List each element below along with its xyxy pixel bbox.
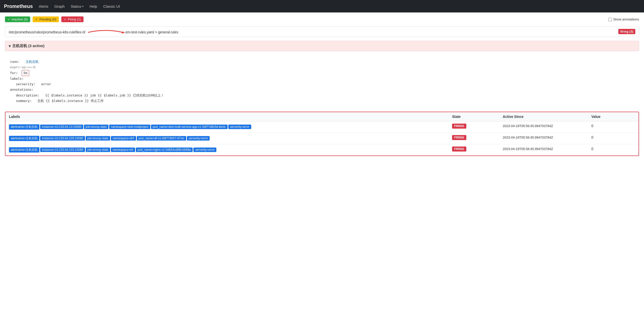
rule-summary-label: summary: <box>16 99 32 103</box>
state-badge: FIRING <box>452 124 466 128</box>
rule-summary-value: 主机 {{ $labels.instance }} 停止工作 <box>38 99 104 103</box>
cell-state: FIRING <box>448 144 499 156</box>
inactive-filter[interactable]: ✓ Inactive (0) <box>5 16 30 22</box>
pending-label: Pending (0) <box>40 18 56 21</box>
active-since-value: 2023-04-19T05:56:45.994703784Z <box>503 147 553 151</box>
rule-serverity-value: error <box>41 82 51 86</box>
label-tag: serverity=error <box>187 136 210 140</box>
rule-name-label: name: <box>10 60 20 64</box>
alert-group-title: 主机宕机 (3 active) <box>12 44 44 48</box>
rule-firing-badge: firing (3) <box>618 29 635 34</box>
cell-labels: alertname=主机宕机instance=10.233.64.13:1509… <box>6 121 448 132</box>
label-tag: job=envoy-stats <box>84 124 108 129</box>
show-annotations-checkbox[interactable] <box>608 18 612 21</box>
filter-bar: ✓ Inactive (0) ✓ Pending (0) ✓ Firing (1… <box>5 16 639 22</box>
cell-active-since: 2023-04-19T05:56:45.994703784Z <box>499 144 588 156</box>
col-header-active-since: Active Since <box>499 112 588 121</box>
rule-for-row: for: 5m <box>10 70 634 76</box>
label-tag: namespace=efr <box>111 148 135 152</box>
rule-serverity-label: serverity: <box>16 82 36 86</box>
cell-active-since: 2023-04-19T05:56:45.994703784Z <box>499 121 588 132</box>
rule-expr-row: expr: up == 0 <box>10 64 634 70</box>
cell-state: FIRING <box>448 121 499 132</box>
cell-value: 0 <box>588 121 638 132</box>
rule-annotations-row: annotations: <box>10 87 634 92</box>
firing-filter[interactable]: ✓ Firing (1) <box>61 16 84 22</box>
path-redacted <box>86 29 125 34</box>
state-badge: FIRING <box>452 135 466 140</box>
col-header-state: State <box>448 112 499 121</box>
cell-state: FIRING <box>448 132 499 144</box>
rule-name-value: 主机宕机 <box>26 60 39 64</box>
label-tag: pod_name=test-multi-service-app-v1-5df77… <box>151 124 228 129</box>
rule-for-value: 5m <box>22 70 29 76</box>
alerts-table-header-row: Labels State Active Since Value <box>6 112 638 121</box>
table-row: alertname=主机宕机instance=10.233.64.233:150… <box>6 144 638 156</box>
alerts-link[interactable]: Alerts <box>39 4 48 8</box>
show-annotations-control: Show annotations <box>608 18 639 21</box>
label-tag: namespace=test-muliproject <box>109 124 150 129</box>
rule-description-value: {{ $labels.instance }} job {{ $labels.jo… <box>45 94 164 97</box>
label-tag: serverity=error <box>228 124 251 129</box>
label-tag: pod_name=df-v1-68f779457-97vtv <box>137 136 186 140</box>
inactive-check-icon: ✓ <box>8 18 10 21</box>
rule-serverity-row: serverity: error <box>10 82 634 87</box>
firing-check-icon: ✓ <box>64 18 66 21</box>
label-tag: job=envoy-stats <box>86 148 110 152</box>
alerts-table-wrapper: Labels State Active Since Value alertnam… <box>5 112 639 156</box>
label-tag: namespace=drfr <box>111 136 136 140</box>
rule-name-row: name: 主机宕机 <box>10 59 634 64</box>
rule-file-path: /etc/prometheus/rules/prometheus-k8s-rul… <box>5 26 639 37</box>
cell-active-since: 2023-04-19T05:56:45.994703784Z <box>499 132 588 144</box>
rule-annotations-label: annotations: <box>10 88 34 92</box>
state-badge: FIRING <box>452 146 466 152</box>
rule-detail: name: 主机宕机 expr: up == 0 for: 5m labels:… <box>5 55 639 108</box>
pending-check-icon: ✓ <box>35 18 38 21</box>
firing-label: Firing (1) <box>68 18 81 21</box>
rule-description-label: description: <box>16 94 40 97</box>
active-since-value: 2023-04-19T05:56:45.994703784Z <box>503 124 553 128</box>
chevron-down-icon: ▾ <box>82 5 84 8</box>
navbar: Prometheus Alerts Graph Status ▾ Help Cl… <box>0 0 644 12</box>
cell-value: 0 <box>588 132 638 144</box>
path-start: /etc/prometheus/rules/prometheus-k8s-rul… <box>9 30 86 34</box>
rule-file-path-text: /etc/prometheus/rules/prometheus-k8s-rul… <box>9 29 178 34</box>
rule-labels-row: labels: <box>10 76 634 82</box>
alert-group: ▾ 主机宕机 (3 active) <box>5 41 639 51</box>
alerts-table-head: Labels State Active Since Value <box>6 112 638 121</box>
alert-group-header[interactable]: ▾ 主机宕机 (3 active) <box>5 41 639 51</box>
label-tag: alertname=主机宕机 <box>9 147 40 152</box>
help-link[interactable]: Help <box>90 4 97 8</box>
classic-ui-link[interactable]: Classic UI <box>103 4 120 8</box>
path-end: em-test-rules.yaml > general.rules <box>125 30 178 34</box>
collapse-icon: ▾ <box>9 44 11 48</box>
cell-labels: alertname=主机宕机instance=10.233.64.228:150… <box>6 132 448 144</box>
alerts-table: Labels State Active Since Value alertnam… <box>6 112 638 156</box>
label-tag: pod_name=nginx-v1-5d654cdf88-k689w <box>136 148 193 152</box>
label-tag: instance=10.233.64.13:15090 <box>40 124 83 129</box>
rule-expr-label: expr: up == 0 <box>10 65 36 69</box>
table-row: alertname=主机宕机instance=10.233.64.228:150… <box>6 132 638 144</box>
graph-link[interactable]: Graph <box>54 4 65 8</box>
rule-description-row: description: {{ $labels.instance }} job … <box>10 93 634 98</box>
rule-summary-row: summary: 主机 {{ $labels.instance }} 停止工作 <box>10 98 634 104</box>
show-annotations-label: Show annotations <box>613 18 639 21</box>
rule-labels-label: labels: <box>10 77 24 80</box>
status-label: Status <box>71 4 82 8</box>
main-content: ✓ Inactive (0) ✓ Pending (0) ✓ Firing (1… <box>0 12 644 160</box>
rule-for-label: for: <box>10 71 20 75</box>
col-header-labels: Labels <box>6 112 448 121</box>
inactive-label: Inactive (0) <box>12 18 28 21</box>
label-tag: instance=10.233.64.233:15090 <box>40 148 85 152</box>
alerts-table-body: alertname=主机宕机instance=10.233.64.13:1509… <box>6 121 638 156</box>
active-since-value: 2023-04-19T05:56:45.994703784Z <box>503 136 553 139</box>
label-tag: instance=10.233.64.228:15090 <box>40 136 85 140</box>
label-tag: alertname=主机宕机 <box>9 136 40 141</box>
pending-filter[interactable]: ✓ Pending (0) <box>33 16 58 22</box>
label-tag: serverity=error <box>194 148 216 152</box>
navbar-brand[interactable]: Prometheus <box>4 4 33 9</box>
cell-value: 0 <box>588 144 638 156</box>
status-dropdown[interactable]: Status ▾ <box>71 4 84 8</box>
label-tag: job=envoy-stats <box>86 136 110 140</box>
col-header-value: Value <box>588 112 638 121</box>
